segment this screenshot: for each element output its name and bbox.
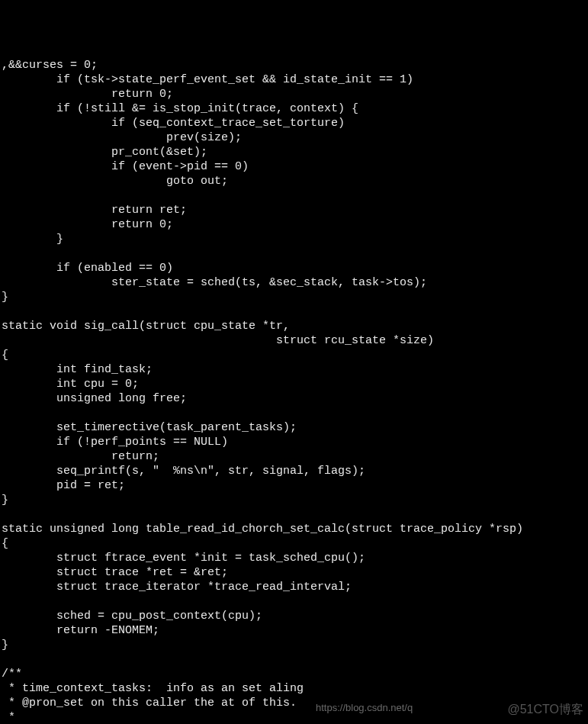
watermark-url: https://blog.csdn.net/q xyxy=(316,700,413,715)
code-block: ,&&curses = 0; if (tsk->state_perf_event… xyxy=(0,58,588,724)
watermark-logo: @51CTO博客 xyxy=(507,702,583,716)
